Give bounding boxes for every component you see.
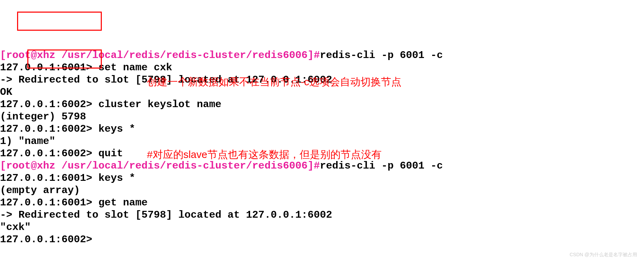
terminal-segment: 127.0.0.1:6002> keys * (0, 123, 135, 135)
terminal-segment: 1) "name" (0, 135, 55, 147)
terminal-segment: -> Redirected to slot [5798] located at … (0, 209, 332, 221)
terminal-segment: 127.0.0.1:6001> keys * (0, 172, 135, 184)
terminal-line: 1) "name" (0, 135, 644, 147)
terminal-line: (empty array) (0, 184, 644, 197)
highlight-box-1 (17, 12, 102, 31)
terminal-line: 127.0.0.1:6002> keys * (0, 123, 644, 135)
terminal-segment: 127.0.0.1:6002> quit (0, 148, 123, 159)
highlight-box-2 (27, 49, 102, 69)
terminal-segment: (empty array) (0, 185, 80, 196)
terminal-line: 127.0.0.1:6002> (0, 233, 644, 246)
terminal-line: "cxk" (0, 221, 644, 233)
terminal-line: 127.0.0.1:6001> get name (0, 197, 644, 209)
terminal-segment: 127.0.0.1:6001> get name (0, 197, 148, 208)
terminal-segment: OK (0, 86, 12, 98)
terminal-segment: 127.0.0.1:6002> cluster keyslot name (0, 99, 221, 110)
terminal-line: 127.0.0.1:6002> cluster keyslot name (0, 98, 644, 111)
terminal-segment: "cxk" (0, 221, 31, 233)
terminal-line: -> Redirected to slot [5798] located at … (0, 209, 644, 221)
terminal-line: (integer) 5798 (0, 111, 644, 123)
terminal-segment: [root@xhz /usr/local/redis/redis-cluster… (0, 160, 320, 172)
terminal-line: [root@xhz /usr/local/redis/redis-cluster… (0, 160, 644, 172)
watermark: CSDN @为什么老是名字被占用 (570, 252, 637, 258)
annotation-2: #对应的slave节点也有这条数据，但是别的节点没有 (147, 148, 382, 161)
terminal-line: 127.0.0.1:6001> keys * (0, 172, 644, 184)
terminal-segment: 127.0.0.1:6002> (0, 234, 92, 245)
terminal-segment: redis-cli -p 6001 -c (320, 49, 443, 61)
annotation-1: 创建一个新数据如果不在当前节点-c选项会自动切换节点 (147, 76, 401, 88)
terminal-segment: (integer) 5798 (0, 111, 86, 122)
terminal-segment: redis-cli -p 6001 -c (320, 160, 443, 172)
